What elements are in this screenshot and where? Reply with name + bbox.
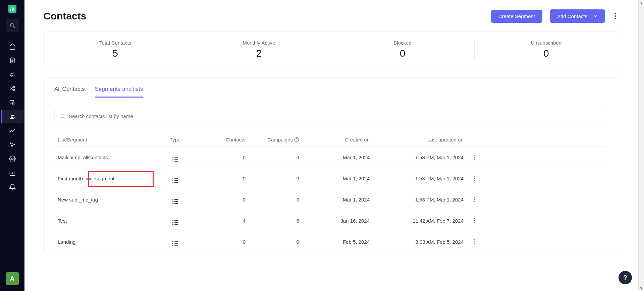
help-circle-icon	[294, 137, 299, 142]
row-type-icon	[152, 153, 199, 162]
more-vert-icon	[474, 155, 475, 160]
nav-devices[interactable]	[1, 96, 23, 109]
row-contacts: 0	[199, 155, 252, 160]
svg-point-40	[474, 243, 475, 244]
th-last-updated: Last updated on	[380, 137, 474, 142]
svg-point-29	[474, 176, 475, 177]
table-row[interactable]: Landing 0 0 Feb 5, 2024 8:03 AM, Feb 5, …	[54, 231, 607, 252]
scrollbar[interactable]: ▲ ▼	[638, 0, 644, 291]
svg-point-38	[474, 239, 475, 240]
row-updated: 11:42 AM, Feb 7, 2024	[380, 218, 474, 224]
stat-label: Blocked	[331, 40, 474, 46]
row-type-icon	[152, 237, 199, 246]
row-name: New sub._mc_tag	[58, 197, 152, 202]
nav-share[interactable]	[1, 82, 23, 95]
clipboard-icon	[9, 57, 16, 64]
table-row[interactable]: First month_mc_segment 0 0 Mar 1, 2024 1…	[54, 168, 607, 189]
svg-point-6	[10, 88, 11, 89]
svg-point-28	[474, 159, 475, 160]
app-logo[interactable]	[8, 5, 16, 13]
stat-value: 0	[475, 48, 618, 59]
svg-point-37	[474, 222, 475, 223]
stat-label: Unsubscribed	[475, 40, 618, 46]
row-actions[interactable]	[474, 239, 487, 244]
row-campaigns: 0	[252, 197, 306, 202]
row-name: Landing	[58, 239, 152, 245]
row-created: Feb 5, 2024	[306, 239, 380, 245]
row-created: Mar 1, 2024	[306, 176, 380, 181]
row-actions[interactable]	[474, 176, 487, 181]
row-type-icon	[152, 216, 199, 225]
stat-value: 0	[331, 48, 474, 59]
row-actions[interactable]	[474, 218, 487, 223]
add-contacts-label: Add Contacts	[557, 13, 587, 19]
svg-line-10	[11, 89, 13, 90]
svg-line-9	[11, 87, 13, 88]
nav-campaigns[interactable]	[1, 68, 23, 81]
stat-value: 2	[187, 48, 330, 59]
row-campaigns: 0	[252, 155, 306, 160]
svg-point-39	[474, 241, 475, 242]
content-card: All Contacts Segments and lists List/Seg…	[43, 77, 618, 252]
avatar[interactable]: A	[6, 272, 19, 285]
row-actions[interactable]	[474, 155, 487, 160]
stat-blocked: Blocked 0	[331, 40, 475, 59]
tab-all-contacts[interactable]: All Contacts	[54, 86, 85, 98]
table-row[interactable]: Test 4 6 Jan 16, 2024 11:42 AM, Feb 7, 2…	[54, 210, 607, 231]
nav-clipboard[interactable]	[1, 54, 23, 67]
search-icon	[9, 22, 15, 28]
table-row[interactable]: New sub._mc_tag 0 0 Mar 1, 2024 1:53 PM,…	[54, 189, 607, 210]
nav-analytics[interactable]	[1, 124, 23, 137]
list-icon	[172, 178, 178, 183]
row-contacts: 0	[199, 239, 252, 245]
segments-table: List/Segment Type Contacts Campaigns Cre…	[54, 133, 607, 252]
row-name: Mailchimp_allContacts	[58, 155, 152, 160]
nav-settings[interactable]	[1, 152, 23, 166]
nav-calendar[interactable]	[1, 166, 23, 180]
row-actions[interactable]	[474, 197, 487, 202]
svg-point-33	[474, 199, 475, 200]
row-campaigns: 0	[252, 239, 306, 245]
svg-point-21	[615, 18, 616, 19]
svg-point-35	[474, 218, 475, 219]
list-icon	[172, 199, 178, 204]
list-icon	[172, 220, 178, 225]
more-vert-icon	[474, 218, 475, 223]
cursor-icon	[9, 141, 16, 148]
page-title: Contacts	[43, 10, 86, 22]
table-row[interactable]: Mailchimp_allContacts 0 0 Mar 1, 2024 1:…	[54, 147, 607, 168]
chart-icon	[9, 127, 16, 134]
nav-home[interactable]	[1, 40, 23, 53]
button-divider	[590, 13, 590, 19]
nav-contacts[interactable]	[1, 110, 23, 123]
svg-point-34	[474, 201, 475, 202]
chevron-down-icon	[593, 14, 598, 18]
sidebar: A	[0, 0, 24, 291]
scroll-up-arrow[interactable]: ▲	[640, 0, 643, 6]
svg-point-30	[474, 178, 475, 179]
main-content: Contacts Create Segment Add Contacts Tot…	[24, 0, 638, 291]
row-created: Mar 1, 2024	[306, 197, 380, 202]
stat-label: Total Contacts	[44, 40, 187, 46]
sidebar-search-button[interactable]	[6, 19, 19, 32]
search-input[interactable]	[69, 113, 601, 119]
gear-icon	[9, 156, 16, 162]
megaphone-icon	[9, 71, 16, 78]
help-fab[interactable]: ?	[619, 271, 632, 284]
svg-point-26	[474, 155, 475, 156]
tab-segments-lists[interactable]: Segments and lists	[95, 86, 143, 98]
header-more-button[interactable]	[612, 11, 618, 21]
create-segment-button[interactable]: Create Segment	[491, 10, 542, 23]
calendar-icon	[9, 170, 16, 176]
scroll-down-arrow[interactable]: ▼	[640, 285, 643, 291]
search-box[interactable]	[54, 109, 607, 123]
row-type-icon	[152, 195, 199, 204]
add-contacts-button[interactable]: Add Contacts	[550, 9, 605, 23]
row-updated: 1:53 PM, Mar 1, 2024	[380, 176, 474, 181]
home-icon	[9, 43, 16, 50]
svg-point-22	[61, 114, 64, 117]
nav-notifications[interactable]	[1, 180, 23, 194]
share-icon	[9, 85, 16, 92]
nav-automation[interactable]	[1, 138, 23, 152]
svg-point-13	[11, 115, 13, 117]
